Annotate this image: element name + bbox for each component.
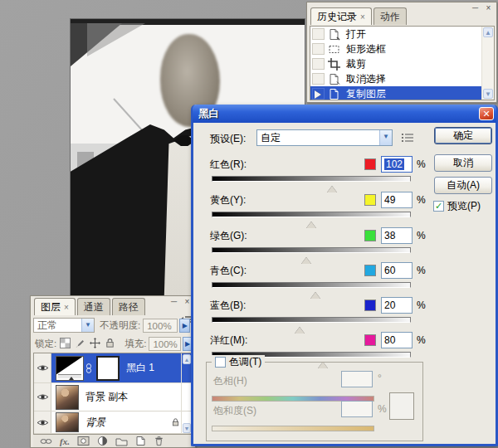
visibility-toggle[interactable]	[34, 353, 51, 382]
tab-close-icon[interactable]: ×	[360, 12, 365, 22]
layer-mask-thumbnail[interactable]	[96, 356, 120, 381]
scroll-up-icon[interactable]: ▲	[183, 354, 191, 364]
tint-color-swatch[interactable]	[389, 392, 414, 420]
channel-label: 绿色(G):	[210, 229, 247, 243]
channel-slider[interactable]	[212, 317, 411, 330]
layer-name[interactable]: 背景	[85, 416, 105, 430]
history-item-label: 打开	[346, 27, 366, 41]
history-item-marquee[interactable]: 矩形选框	[310, 41, 494, 56]
lock-transparency-icon[interactable]	[60, 338, 71, 349]
tab-paths-label: 路径	[119, 301, 139, 313]
layers-minimize-button[interactable]: ─	[168, 298, 179, 307]
history-source-checkbox[interactable]	[312, 43, 325, 55]
auto-button[interactable]: 自动(A)	[434, 177, 492, 194]
new-group-icon[interactable]	[115, 436, 128, 447]
lock-all-icon[interactable]	[105, 338, 116, 349]
history-source-checkbox[interactable]	[312, 28, 325, 40]
channel-slider[interactable]	[212, 212, 411, 225]
slider-thumb[interactable]	[327, 181, 337, 192]
layer-row-background-copy[interactable]: 背景 副本	[34, 383, 192, 411]
preview-checkbox[interactable]: ✓	[433, 201, 444, 212]
fill-value[interactable]: 100%	[149, 337, 181, 351]
history-scrollbar[interactable]: ▲ ▼	[481, 27, 494, 100]
channel-value-input[interactable]: 49	[381, 192, 413, 208]
deselect-icon	[328, 73, 342, 85]
tab-history[interactable]: 历史记录×	[310, 7, 372, 25]
scroll-up-icon[interactable]: ▲	[483, 27, 493, 37]
opacity-value[interactable]: 100%	[143, 319, 178, 333]
channel-value-input[interactable]: 38	[381, 227, 413, 244]
slider-thumb[interactable]	[306, 217, 316, 228]
percent-label: %	[417, 158, 426, 170]
adjustment-layer-thumbnail[interactable]	[56, 356, 84, 381]
history-item-label: 复制图层	[346, 87, 386, 101]
channel-slider[interactable]	[212, 282, 411, 295]
layer-row-background[interactable]: 背景	[34, 411, 192, 434]
tab-actions[interactable]: 动作	[374, 7, 407, 25]
layers-panel: ─ × 图层× 通道 路径 正常 ▼ 不透明度: 100% ▶	[30, 295, 196, 448]
delete-layer-icon[interactable]	[154, 436, 164, 447]
tab-close-icon[interactable]: ×	[64, 303, 69, 312]
history-item-crop[interactable]: 裁剪	[310, 56, 494, 71]
layer-name[interactable]: 背景 副本	[85, 390, 128, 404]
layer-row-black-white[interactable]: 黑白 1	[34, 353, 192, 383]
percent-label: %	[417, 299, 426, 311]
link-layers-icon[interactable]	[40, 436, 52, 447]
mask-link-icon[interactable]	[85, 363, 93, 373]
ok-button[interactable]: 确定	[434, 127, 492, 144]
preset-options-icon[interactable]	[401, 132, 414, 144]
hue-value-input[interactable]	[341, 371, 373, 387]
layer-thumbnail[interactable]	[56, 412, 79, 432]
history-panel: ─ × 历史记录× 动作 打开	[306, 2, 497, 103]
preset-select[interactable]: 自定 ▼	[256, 129, 393, 146]
percent-label: %	[417, 230, 426, 241]
scroll-down-icon[interactable]: ▼	[183, 423, 191, 433]
scroll-down-icon[interactable]: ▼	[483, 89, 493, 99]
tint-checkbox[interactable]	[215, 357, 226, 368]
layer-thumbnail[interactable]	[56, 385, 79, 410]
history-item-duplicate-layer[interactable]: 复制图层	[310, 86, 494, 100]
layer-style-icon[interactable]: fx.	[60, 436, 70, 447]
new-layer-icon[interactable]	[135, 436, 146, 447]
history-source-checkbox[interactable]	[312, 58, 325, 70]
tab-layers[interactable]: 图层×	[34, 298, 76, 315]
lock-position-icon[interactable]	[90, 338, 101, 349]
add-layer-mask-icon[interactable]	[77, 436, 90, 447]
visibility-toggle[interactable]	[34, 411, 51, 433]
history-item-open[interactable]: 打开	[310, 27, 494, 41]
background-lock-icon	[171, 417, 180, 427]
channel-label: 黄色(Y):	[210, 193, 246, 207]
history-item-label: 裁剪	[346, 57, 366, 71]
opacity-slider-arrow-icon[interactable]: ▶	[179, 319, 190, 333]
history-minimize-button[interactable]: ─	[470, 4, 481, 13]
channel-slider[interactable]	[212, 176, 411, 189]
history-source-checkbox[interactable]	[312, 73, 325, 85]
tab-channels[interactable]: 通道	[77, 298, 110, 315]
percent-label: %	[417, 265, 426, 276]
lock-pixels-icon[interactable]	[75, 338, 86, 349]
cancel-button[interactable]: 取消	[434, 154, 492, 172]
channel-value-input[interactable]: 20	[381, 297, 413, 314]
dialog-titlebar[interactable]: 黑白 ✕	[193, 105, 496, 123]
slider-track	[212, 176, 411, 182]
history-item-deselect[interactable]: 取消选择	[310, 71, 494, 86]
percent-label: %	[417, 334, 426, 346]
lock-label: 锁定:	[35, 338, 56, 350]
blend-mode-select[interactable]: 正常 ▼	[33, 318, 95, 333]
history-close-button[interactable]: ×	[483, 4, 494, 13]
visibility-toggle[interactable]	[34, 383, 51, 411]
channel-value-input[interactable]: 80	[381, 332, 413, 348]
layers-panel-toolbar: fx.	[33, 434, 193, 447]
saturation-value-input[interactable]	[341, 401, 373, 417]
tab-channels-label: 通道	[84, 301, 104, 313]
history-source-checkbox[interactable]	[312, 88, 325, 100]
layer-name[interactable]: 黑白 1	[126, 361, 154, 375]
channel-value-input[interactable]: 60	[381, 262, 413, 279]
chevron-down-icon[interactable]: ▼	[81, 319, 94, 332]
channel-slider[interactable]	[212, 247, 411, 261]
chevron-down-icon[interactable]: ▼	[379, 130, 392, 145]
tab-paths[interactable]: 路径	[112, 298, 145, 315]
new-adjustment-layer-icon[interactable]	[97, 436, 108, 447]
dialog-close-button[interactable]: ✕	[479, 107, 494, 120]
channel-value-input[interactable]: 102	[381, 156, 413, 173]
